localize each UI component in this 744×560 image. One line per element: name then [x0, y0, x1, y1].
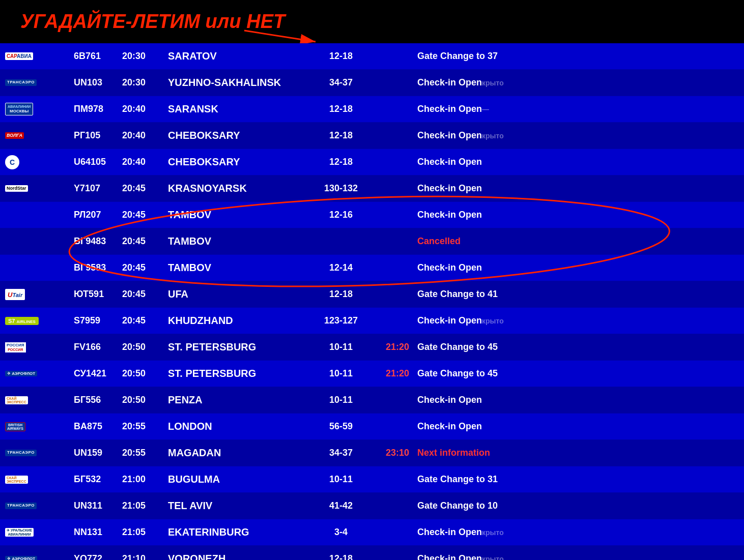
airline-logo: СКАЙЭКСПРЕСС	[0, 396, 71, 404]
flight-status: Check-in Openкрыто	[412, 130, 744, 141]
flight-number: БГ532	[71, 474, 122, 485]
destination: SARANSK	[168, 103, 310, 115]
table-row: ТРАНСАЭРОUN10320:30YUZHNO-SAKHALINSK34-3…	[0, 70, 744, 96]
flight-number: U64105	[71, 157, 122, 167]
airline-logo: ✈ АЭРОФЛОТ	[0, 371, 71, 376]
destination: YUZHNO-SAKHALINSK	[168, 77, 310, 89]
flight-status: Check-in Open	[412, 262, 744, 273]
airline-badge	[5, 237, 46, 247]
flight-number: ЮТ591	[71, 289, 122, 300]
gate: 34-37	[310, 448, 371, 458]
table-row: РОССИЯРОССИЯFV16620:50ST. PETERSBURG10-1…	[0, 334, 744, 361]
table-row: S7 AIRLINESS795920:45KHUDZHAND123-127Che…	[0, 308, 744, 334]
flight-number: YQ772	[71, 553, 122, 560]
flight-number: UN159	[71, 448, 122, 458]
destination: CHEBOKSARY	[168, 156, 310, 168]
flight-status: Gate Change to 10	[412, 500, 744, 511]
flight-board: САРАВИА6B76120:30SARATOV12-18Gate Change…	[0, 43, 744, 560]
destination: CHEBOKSARY	[168, 130, 310, 141]
table-row: ✈ УРАЛЬСКИЕАВИАЛИНИИNN13121:05EKATERINBU…	[0, 519, 744, 546]
gate: 10-11	[310, 395, 371, 405]
flight-number: БГ556	[71, 395, 122, 405]
status-text: Gate Change to 45	[417, 368, 498, 378]
airline-logo: ТРАНСАЭРО	[0, 503, 71, 509]
table-row: ВОЛГАРГ10520:40CHEBOKSARY12-18Check-in O…	[0, 123, 744, 149]
flight-number: FV166	[71, 342, 122, 352]
departure-time: 21:05	[122, 527, 168, 538]
airline-logo: NordStar	[0, 185, 71, 192]
departure-time: 20:55	[122, 421, 168, 432]
airline-logo: ✈ АЭРОФЛОТ	[0, 556, 71, 560]
status-text: Check-in Open	[417, 183, 482, 193]
departure-time: 20:45	[122, 315, 168, 326]
departure-time: 20:40	[122, 157, 168, 167]
airline-logo: АВИАЛИНИИМОСКВЫ	[0, 103, 71, 115]
gate: 123-127	[310, 315, 371, 326]
destination: ST. PETERSBURG	[168, 368, 310, 379]
flight-status: Check-in Open	[412, 157, 744, 167]
table-row: РЛ20720:45TAMBOV12-16Check-in Open	[0, 202, 744, 228]
status-text: Gate Change to 45	[417, 342, 498, 352]
departure-time: 20:45	[122, 262, 168, 273]
airline-logo: РОССИЯРОССИЯ	[0, 342, 71, 352]
destination: LONDON	[168, 421, 310, 432]
flight-status: Gate Change to 45	[412, 368, 744, 379]
status-text: Gate Change to 41	[417, 289, 498, 299]
extra-time: 21:20	[371, 342, 412, 352]
destination: MAGADAN	[168, 447, 310, 459]
gate: 12-18	[310, 104, 371, 114]
gate: 12-14	[310, 262, 371, 273]
destination: KHUDZHAND	[168, 315, 310, 327]
destination: TAMBOV	[168, 262, 310, 274]
airline-badge: ВОЛГА	[5, 132, 24, 139]
airline-badge	[5, 210, 46, 220]
status-text: Check-in Open	[417, 421, 482, 431]
flight-status: Check-in Openкрыто	[412, 77, 744, 88]
flight-number: СУ1421	[71, 368, 122, 379]
flight-status: Check-in Open	[412, 421, 744, 432]
destination: VORONEZH	[168, 553, 310, 560]
airline-logo: С	[0, 155, 71, 169]
status-text: Check-in Open	[417, 77, 482, 87]
airline-badge: СКАЙЭКСПРЕСС	[5, 476, 28, 484]
airline-badge: ТРАНСАЭРО	[5, 503, 37, 509]
gate: 34-37	[310, 77, 371, 88]
destination: EKATERINBURG	[168, 526, 310, 538]
gate: 12-18	[310, 553, 371, 560]
faded-status: крыто	[482, 132, 504, 140]
table-row: ✈ АЭРОФЛОТYQ77221:10VORONEZH12-18Check-i…	[0, 546, 744, 560]
faded-status: крыто	[482, 528, 504, 537]
departure-time: 21:05	[122, 500, 168, 511]
departure-time: 20:50	[122, 342, 168, 352]
table-row: АВИАЛИНИИМОСКВЫПМ97820:40SARANSK12-18Che…	[0, 96, 744, 123]
flight-number: РЛ207	[71, 210, 122, 220]
flight-number: РГ105	[71, 130, 122, 141]
extra-time: 23:10	[371, 448, 412, 458]
flight-status: Check-in Openкрыто	[412, 553, 744, 560]
status-text: Check-in Open	[417, 315, 482, 326]
status-text: Gate Change to 37	[417, 51, 498, 61]
table-row: СКАЙЭКСПРЕССБГ53221:00BUGULMA10-11Gate C…	[0, 466, 744, 493]
destination: UFA	[168, 288, 310, 300]
destination: BUGULMA	[168, 474, 310, 485]
airline-logo: ТРАНСАЭРО	[0, 450, 71, 456]
departure-time: 20:40	[122, 130, 168, 141]
departure-time: 20:55	[122, 448, 168, 458]
flight-status: Gate Change to 41	[412, 289, 744, 300]
departure-time: 20:40	[122, 104, 168, 114]
departure-time: 20:45	[122, 236, 168, 247]
flight-status: Check-in Open	[412, 183, 744, 194]
gate: 10-11	[310, 342, 371, 352]
airline-logo: ✈ УРАЛЬСКИЕАВИАЛИНИИ	[0, 528, 71, 537]
top-bar: УГАДАЙТЕ-ЛЕТИМ или НЕТ	[0, 0, 744, 43]
airline-badge: ТРАНСАЭРО	[5, 79, 37, 85]
airline-badge: S7 AIRLINES	[5, 317, 39, 325]
extra-time: 21:20	[371, 368, 412, 379]
flight-status: Cancelled	[412, 236, 744, 247]
airline-badge: ✈ АЭРОФЛОТ	[5, 371, 37, 376]
departure-time: 21:00	[122, 474, 168, 485]
status-text: Check-in Open	[417, 210, 482, 220]
gate: 12-18	[310, 289, 371, 300]
status-text: Check-in Open	[417, 395, 482, 405]
airline-logo: UTair	[0, 289, 71, 300]
